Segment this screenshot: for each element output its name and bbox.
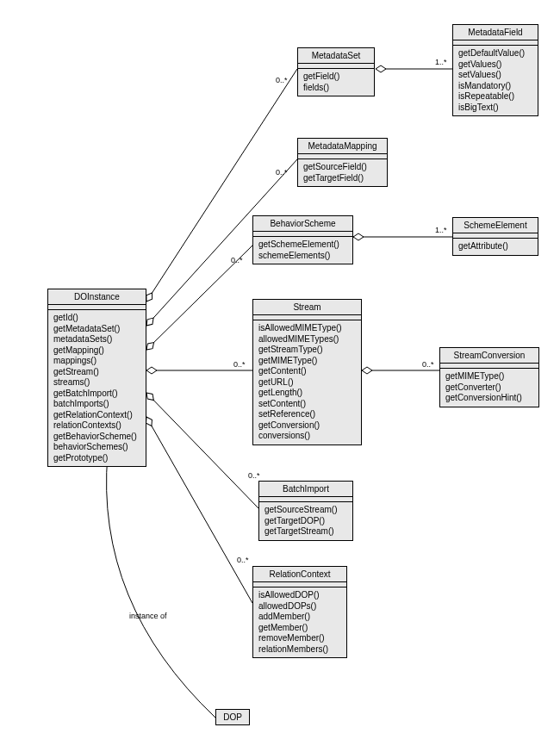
class-ops: getSchemeElement() schemeElements() — [253, 237, 352, 264]
class-title: DOInstance — [48, 289, 146, 305]
mult-stream: 0..* — [233, 360, 246, 369]
class-SchemeElement: SchemeElement getAttribute() — [452, 217, 538, 256]
class-title: Stream — [253, 300, 361, 315]
mult-streamconversion: 0..* — [422, 360, 434, 369]
class-title: SchemeElement — [453, 218, 538, 233]
class-ops: getId() getMetadataSet() metadataSets() … — [48, 310, 146, 466]
class-title: BehaviorScheme — [253, 216, 352, 232]
class-MetadataSet: MetadataSet getField() fields() — [297, 47, 375, 96]
class-title: StreamConversion — [440, 348, 538, 364]
class-ops: getField() fields() — [298, 69, 374, 96]
class-RelationContext: RelationContext isAllowedDOP() allowedDO… — [252, 566, 347, 658]
class-ops: isAllowedMIMEType() allowedMIMETypes() g… — [253, 320, 361, 444]
mult-behaviorscheme: 0..* — [231, 256, 243, 264]
class-ops: getMIMEType() getConverter() getConversi… — [440, 369, 538, 407]
mult-metadatafield: 1..* — [435, 58, 447, 66]
class-ops: getDefaultValue() getValues() setValues(… — [453, 46, 538, 115]
class-Stream: Stream isAllowedMIMEType() allowedMIMETy… — [252, 299, 362, 445]
class-BatchImport: BatchImport getSourceStream() getTargetD… — [258, 481, 353, 541]
mult-metadatamapping: 0..* — [276, 168, 288, 177]
mult-batchimport: 0..* — [248, 471, 260, 480]
label-instance-of: instance of — [129, 612, 167, 620]
class-title: DOP — [216, 710, 249, 724]
class-DOInstance: DOInstance getId() getMetadataSet() meta… — [47, 289, 146, 467]
class-BehaviorScheme: BehaviorScheme getSchemeElement() scheme… — [252, 215, 353, 264]
mult-schemeelement: 1..* — [435, 226, 447, 234]
mult-metadataset: 0..* — [276, 76, 288, 84]
mult-relationcontext: 0..* — [237, 556, 249, 564]
class-title: BatchImport — [259, 482, 352, 497]
class-ops: getSourceField() getTargetField() — [298, 159, 387, 186]
class-DOP: DOP — [215, 709, 250, 725]
class-title: MetadataField — [453, 25, 538, 40]
class-title: MetadataMapping — [298, 139, 387, 154]
class-MetadataMapping: MetadataMapping getSourceField() getTarg… — [297, 138, 388, 187]
class-ops: getAttribute() — [453, 239, 538, 255]
class-title: RelationContext — [253, 567, 346, 582]
class-ops: getSourceStream() getTargetDOP() getTarg… — [259, 502, 352, 540]
class-title: MetadataSet — [298, 48, 374, 64]
class-ops: isAllowedDOP() allowedDOPs() addMember()… — [253, 587, 346, 657]
class-MetadataField: MetadataField getDefaultValue() getValue… — [452, 24, 538, 116]
class-StreamConversion: StreamConversion getMIMEType() getConver… — [439, 347, 539, 407]
